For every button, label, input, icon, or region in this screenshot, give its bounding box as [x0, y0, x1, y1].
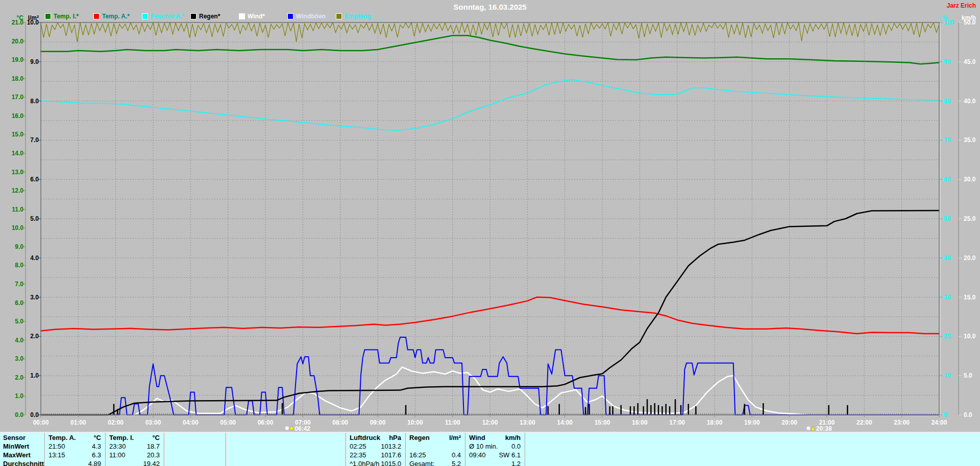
rain-axis-tick-label: 1.0 [30, 372, 39, 379]
rain-axis-tick-label: 0.0 [30, 411, 39, 418]
legend-item-label: Feuchte A.* [151, 13, 184, 20]
time-axis-label: 19:00 [744, 419, 760, 426]
table-cell-left: 21:50 [48, 442, 65, 451]
temp-axis-tick-label: 12.0 [12, 187, 24, 194]
time-axis-label: 03:00 [145, 419, 161, 426]
legend-item-label: Empfang [345, 13, 371, 20]
table-cell-right: 1.2 [511, 460, 521, 466]
legend-item-feuchte-a-[interactable]: Feuchte A.* [142, 13, 184, 20]
wind-axis-tick-label: 20.0 [964, 254, 976, 262]
table-cell-group-luftdruck: 02:251013.2 [347, 442, 404, 451]
table-cell-group-wind: 09:40SW 6.1 [466, 451, 524, 459]
legend-item-wind-[interactable]: Wind* [239, 13, 265, 20]
temp-axis-tick-label: 7.0 [15, 281, 23, 288]
table-cell-left: 23:30 [109, 442, 126, 451]
temp-axis-tick-label: 8.0 [15, 262, 23, 269]
table-cell-group-wind: Windkm/h [466, 434, 524, 442]
time-axis-label: 09:00 [370, 419, 386, 426]
table-cell-group-regen: 16:250.4 [406, 451, 464, 459]
humidity-axis-tick-label: 30 [944, 294, 951, 301]
legend-swatch-icon [239, 13, 245, 19]
time-axis-label: 16:00 [632, 419, 648, 426]
humidity-axis-tick-label: 40 [944, 254, 951, 262]
time-axis-label: 15:00 [595, 419, 610, 426]
table-cell-left: 13:15 [48, 451, 65, 459]
table-cell-group-luftdruck: LuftdruckhPa [347, 434, 404, 442]
legend-swatch-icon [45, 13, 51, 19]
table-cell-right: hPa [389, 434, 401, 442]
legend-item-temp-a-[interactable]: Temp. A.* [93, 13, 130, 20]
legend-swatch-icon [336, 13, 342, 19]
humidity-axis-header: % [942, 14, 948, 21]
table-cell-left: Luftdruck [350, 434, 380, 442]
temp-axis-tick-label: 16.0 [12, 112, 24, 120]
temp-axis-tick-label: 9.0 [15, 243, 23, 250]
wind-axis-tick-label: 5.0 [964, 372, 972, 379]
sunset-marker-time-label: 20:38 [816, 425, 832, 432]
table-cell-right: l/m² [449, 434, 461, 442]
temp-axis-tick-label: 19.0 [12, 56, 24, 63]
rain-axis-tick-label: 9.0 [30, 58, 39, 65]
weather-chart-canvas[interactable]: 21.020.019.018.017.016.015.014.013.012.0… [0, 0, 980, 466]
page-title: Sonntag, 16.03.2025 [0, 3, 980, 11]
legend-item-label: Temp. I.* [54, 13, 79, 20]
temp-axis-tick-label: 13.0 [12, 169, 24, 176]
table-row-label: Durchschnitt [3, 460, 44, 466]
table-cell-group-temp-i: Temp. I.°C [106, 434, 163, 442]
series-temp-i- [41, 36, 939, 64]
wind-axis-tick-label: 0.0 [964, 411, 972, 418]
table-cell-left: ^1.0hPa/h [350, 460, 379, 466]
sunrise-marker-time-label: 06:42 [295, 425, 310, 432]
table-cell-group-luftdruck: 22:351017.6 [347, 451, 404, 459]
rain-axis-tick-label: 7.0 [30, 136, 39, 144]
wind-axis-tick-label: 30.0 [964, 176, 976, 183]
legend-item-temp-i-[interactable]: Temp. I.* [45, 13, 79, 20]
wind-axis-tick-label: 25.0 [964, 215, 976, 222]
table-cell-left: Regen [409, 434, 430, 442]
wind-axis-tick-label: 10.0 [964, 333, 976, 340]
table-cell-left: 11:00 [109, 451, 126, 459]
table-cell-right: 1013.2 [381, 442, 401, 451]
legend-item-regen-[interactable]: Regen* [190, 13, 220, 20]
humidity-axis-tick-label: 20 [944, 333, 951, 340]
author-credit: Jarz Erich [947, 2, 976, 9]
legend-item-label: Windböen [296, 13, 326, 20]
series-temp-a- [41, 297, 939, 334]
legend-swatch-icon [190, 13, 197, 19]
temp-axis-tick-label: 2.0 [15, 374, 23, 381]
table-cell-group-temp-i: 23:3018.7 [106, 442, 163, 451]
rain-axis-tick-label: 2.0 [30, 333, 39, 340]
time-axis-label: 06:00 [258, 419, 274, 426]
weather-day-chart-window: 21.020.019.018.017.016.015.014.013.012.0… [0, 0, 980, 466]
temp-axis-tick-label: 6.0 [15, 299, 23, 307]
legend-item-windb-en[interactable]: Windböen [287, 13, 326, 20]
legend-swatch-icon [93, 13, 100, 19]
table-cell-group-temp-i: 19.42 [106, 460, 163, 466]
series-regen-kumuliert [41, 211, 939, 415]
table-cell-right: 0.4 [452, 451, 461, 459]
time-axis-label: 04:00 [183, 419, 199, 426]
table-column-divider [44, 433, 45, 466]
sunrise-marker-icon [285, 427, 289, 430]
time-axis-label: 05:00 [220, 419, 236, 426]
table-cell-group-wind: 1.2 [466, 460, 524, 466]
time-axis-label: 22:00 [856, 419, 872, 426]
table-cell-right: km/h [505, 434, 521, 442]
legend-item-empfang[interactable]: Empfang [336, 13, 371, 20]
legend-swatch-icon [142, 13, 148, 19]
table-column-divider [105, 433, 106, 466]
table-cell-left: 22:35 [350, 451, 366, 459]
table-cell-left: 09:40 [469, 451, 486, 459]
table-column-divider [346, 433, 346, 466]
wind-axis-tick-label: 35.0 [964, 136, 976, 144]
humidity-axis-tick-label: 50 [944, 215, 951, 222]
table-row-label: MaxWert [3, 451, 44, 459]
table-cell-left: 16:25 [409, 451, 426, 459]
table-column-divider [405, 433, 406, 466]
wind-axis-tick-label: 15.0 [964, 294, 976, 301]
table-cell-group-temp-a: Temp. A.°C [45, 434, 104, 442]
time-axis-label: 01:00 [70, 419, 86, 426]
table-cell-right: SW 6.1 [499, 451, 521, 459]
temp-axis-tick-label: 4.0 [15, 337, 23, 344]
wind-axis-header: km/h [962, 14, 976, 21]
